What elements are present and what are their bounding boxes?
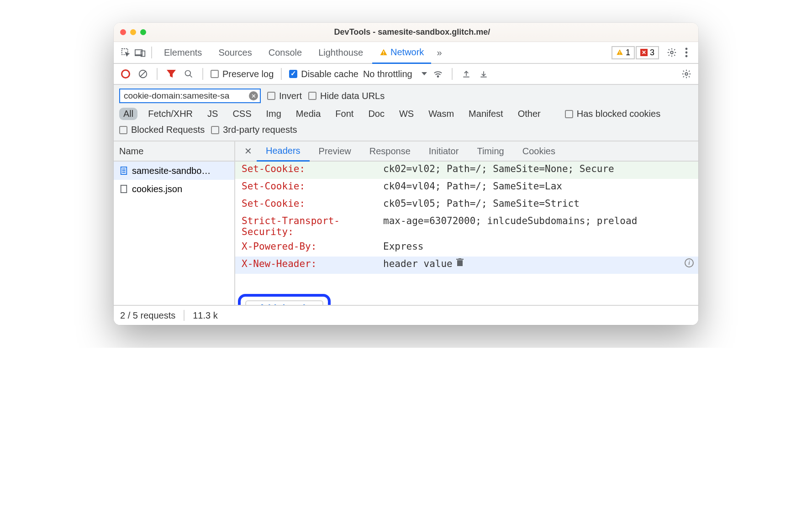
detail-tab-initiator[interactable]: Initiator <box>420 141 468 161</box>
header-row[interactable]: Set-Cookie: ck05=vl05; Path=/; SameSite=… <box>235 196 698 214</box>
filter-type-all[interactable]: All <box>119 108 137 120</box>
header-row[interactable]: Set-Cookie: ck04=vl04; Path=/; SameSite=… <box>235 179 698 196</box>
close-detail-icon[interactable]: ✕ <box>240 146 257 157</box>
svg-point-10 <box>685 52 688 54</box>
filter-type-manifest[interactable]: Manifest <box>464 108 507 120</box>
clear-filter-icon[interactable]: ✕ <box>249 91 258 100</box>
header-row[interactable]: Strict-Transport-Security: max-age=63072… <box>235 214 698 239</box>
record-button[interactable] <box>119 68 132 80</box>
tabs-overflow[interactable]: » <box>433 42 445 63</box>
svg-point-16 <box>437 76 438 77</box>
network-settings-icon[interactable] <box>680 68 693 80</box>
detail-tab-response[interactable]: Response <box>360 141 420 161</box>
svg-line-13 <box>140 71 146 77</box>
detail-tab-cookies[interactable]: Cookies <box>513 141 564 161</box>
window-close-button[interactable] <box>120 29 126 35</box>
tab-elements[interactable]: Elements <box>157 42 209 63</box>
invert-checkbox[interactable]: Invert <box>267 91 302 101</box>
inspect-icon[interactable] <box>119 46 132 59</box>
filter-type-wasm[interactable]: Wasm <box>424 108 458 120</box>
preserve-log-checkbox[interactable]: Preserve log <box>211 69 274 79</box>
kebab-icon[interactable] <box>680 46 693 59</box>
throttling-select[interactable]: No throttling <box>363 69 427 79</box>
svg-point-14 <box>185 71 191 76</box>
svg-rect-4 <box>383 51 384 53</box>
detail-tab-headers[interactable]: Headers <box>257 141 310 162</box>
filterbar: cookie-domain:samesite-sa ✕ Invert Hide … <box>114 85 698 141</box>
request-row[interactable]: samesite-sandbo… <box>114 162 234 180</box>
svg-rect-5 <box>383 54 384 55</box>
column-header-name[interactable]: Name <box>114 141 234 162</box>
disable-cache-checkbox[interactable]: Disable cache <box>289 69 359 79</box>
settings-icon[interactable] <box>665 46 678 59</box>
detail-tab-preview[interactable]: Preview <box>310 141 360 161</box>
tab-sources[interactable]: Sources <box>211 42 259 63</box>
filter-type-css[interactable]: CSS <box>228 108 255 120</box>
separator <box>452 68 453 80</box>
file-icon <box>120 185 127 193</box>
error-icon: ✕ <box>640 49 648 56</box>
add-header-button[interactable]: +Add header <box>245 300 323 305</box>
headers-body: Set-Cookie: ck02=vl02; Path=/; SameSite=… <box>235 162 698 305</box>
svg-point-8 <box>670 51 673 54</box>
svg-rect-6 <box>619 51 620 53</box>
separator <box>157 68 158 80</box>
filter-type-media[interactable]: Media <box>292 108 325 120</box>
transfer-size: 11.3 k <box>193 310 217 321</box>
svg-rect-22 <box>121 185 127 193</box>
tab-lighthouse[interactable]: Lighthouse <box>311 42 370 63</box>
clear-icon[interactable] <box>137 68 149 80</box>
warning-icon <box>616 49 623 56</box>
document-icon <box>120 167 127 175</box>
statusbar: 2 / 5 requests 11.3 k <box>114 306 698 325</box>
tab-console[interactable]: Console <box>261 42 309 63</box>
separator <box>202 68 203 80</box>
content-area: Name samesite-sandbo… cookies.json ✕ Hea… <box>114 141 698 306</box>
svg-point-11 <box>685 55 688 58</box>
hide-data-urls-checkbox[interactable]: Hide data URLs <box>308 91 385 101</box>
request-count: 2 / 5 requests <box>120 310 175 321</box>
tab-network[interactable]: Network <box>372 42 431 64</box>
filter-type-font[interactable]: Font <box>331 108 358 120</box>
filter-type-js[interactable]: JS <box>203 108 222 120</box>
separator <box>281 68 282 80</box>
device-toolbar-icon[interactable] <box>134 46 147 59</box>
search-icon[interactable] <box>182 68 195 80</box>
detail-pane: ✕ Headers Preview Response Initiator Tim… <box>235 141 698 305</box>
traffic-lights <box>120 29 146 35</box>
window-minimize-button[interactable] <box>130 29 136 35</box>
blocked-cookies-checkbox[interactable]: Has blocked cookies <box>565 109 660 119</box>
header-row[interactable]: X-Powered-By: Express <box>235 239 698 256</box>
filter-icon[interactable] <box>165 68 178 80</box>
svg-rect-7 <box>619 54 620 54</box>
network-conditions-icon[interactable] <box>432 68 444 80</box>
upload-har-icon[interactable] <box>460 68 473 80</box>
window-title: DevTools - samesite-sandbox.glitch.me/ <box>155 27 669 37</box>
info-icon[interactable]: i <box>685 258 694 267</box>
filter-type-fetchxhr[interactable]: Fetch/XHR <box>144 108 197 120</box>
detail-tab-timing[interactable]: Timing <box>468 141 513 161</box>
main-tabbar: Elements Sources Console Lighthouse Netw… <box>114 42 698 64</box>
window-maximize-button[interactable] <box>140 29 146 35</box>
filter-type-ws[interactable]: WS <box>395 108 418 120</box>
filter-type-other[interactable]: Other <box>514 108 545 120</box>
request-row[interactable]: cookies.json <box>114 180 234 198</box>
third-party-checkbox[interactable]: 3rd-party requests <box>211 125 297 135</box>
header-row[interactable]: Set-Cookie: ck02=vl02; Path=/; SameSite=… <box>235 162 698 179</box>
svg-rect-24 <box>456 259 464 260</box>
delete-header-icon[interactable] <box>456 258 464 267</box>
separator <box>151 47 152 58</box>
errors-badge[interactable]: ✕ 3 <box>636 46 659 59</box>
warnings-badge[interactable]: 1 <box>612 46 635 59</box>
filter-type-doc[interactable]: Doc <box>364 108 389 120</box>
filter-input[interactable]: cookie-domain:samesite-sa ✕ <box>119 89 261 103</box>
network-toolbar: Preserve log Disable cache No throttling <box>114 64 698 85</box>
svg-line-15 <box>190 75 192 78</box>
svg-point-17 <box>685 73 688 75</box>
download-har-icon[interactable] <box>477 68 490 80</box>
header-row[interactable]: X-New-Header: header value i <box>235 256 698 274</box>
svg-rect-23 <box>457 260 463 266</box>
filter-type-img[interactable]: Img <box>262 108 285 120</box>
blocked-requests-checkbox[interactable]: Blocked Requests <box>119 125 205 135</box>
svg-rect-25 <box>459 258 461 259</box>
